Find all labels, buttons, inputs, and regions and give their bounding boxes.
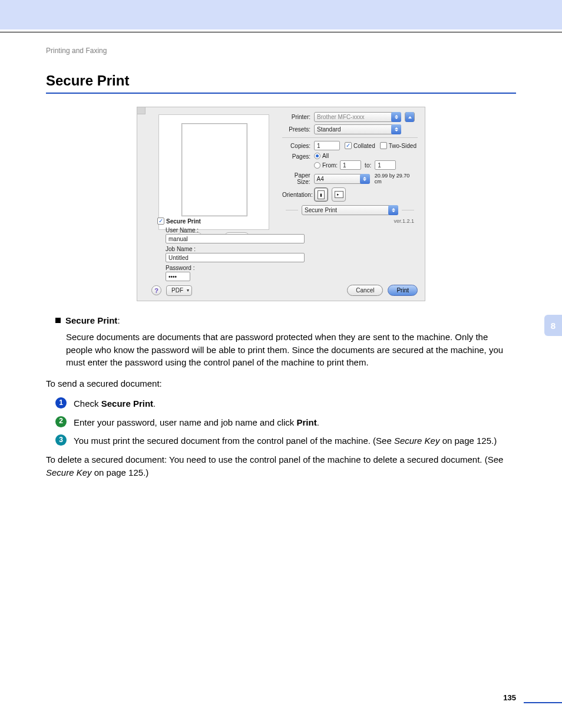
printer-value: Brother MFC-xxxx bbox=[317, 114, 365, 120]
pages-all-radio[interactable] bbox=[314, 153, 320, 159]
section-select-value: Secure Print bbox=[305, 207, 337, 213]
dropdown-arrows-icon bbox=[391, 124, 401, 134]
secure-print-description: Secure documents are documents that are … bbox=[66, 331, 516, 369]
cancel-button[interactable]: Cancel bbox=[347, 285, 383, 296]
pdf-label: PDF bbox=[171, 287, 183, 294]
header-rule bbox=[0, 32, 562, 32]
printer-select[interactable]: Brother MFC-xxxx bbox=[314, 112, 401, 122]
printer-info-button[interactable] bbox=[405, 112, 415, 122]
portrait-icon: ▮ bbox=[318, 190, 325, 199]
section-select[interactable]: Secure Print bbox=[302, 205, 398, 215]
landscape-icon: ▸ bbox=[335, 191, 343, 198]
title-rule bbox=[46, 93, 516, 94]
step-1-badge: 1 bbox=[55, 397, 67, 409]
password-input[interactable]: •••• bbox=[166, 272, 190, 281]
print-button[interactable]: Print bbox=[388, 285, 418, 296]
dropdown-arrows-icon bbox=[360, 174, 370, 184]
username-input[interactable]: manual bbox=[166, 234, 305, 243]
send-intro: To send a secured document: bbox=[46, 377, 516, 390]
paper-size-select[interactable]: A4 bbox=[314, 174, 370, 184]
step-1-text: Check Secure Print. bbox=[74, 397, 516, 410]
pages-from-label: From: bbox=[322, 162, 338, 169]
preview-page bbox=[181, 123, 247, 216]
print-dialog: ◀◀ ◀ 1 of 1 ▶ ▶▶ Printer: Brother MFC-xx… bbox=[137, 107, 425, 301]
bullet-heading: Secure Print: bbox=[65, 314, 120, 327]
copies-label: Copies: bbox=[282, 143, 314, 149]
jobname-label: Job Name : bbox=[166, 246, 418, 252]
paper-size-value: A4 bbox=[317, 176, 324, 182]
dropdown-arrows-icon bbox=[388, 205, 398, 215]
divider bbox=[282, 137, 418, 138]
step-3-text: You must print the secured document from… bbox=[74, 434, 516, 447]
pages-from-radio[interactable] bbox=[314, 162, 320, 169]
pages-to-input[interactable]: 1 bbox=[375, 160, 396, 170]
paper-size-label: Paper Size: bbox=[282, 172, 314, 185]
presets-select[interactable]: Standard bbox=[314, 124, 401, 134]
dropdown-arrows-icon bbox=[391, 112, 401, 122]
secure-print-checkbox[interactable] bbox=[157, 218, 164, 225]
pages-label: Pages: bbox=[282, 153, 314, 160]
two-sided-label: Two-Sided bbox=[389, 143, 416, 149]
password-label: Password : bbox=[166, 265, 418, 271]
step-2-badge: 2 bbox=[55, 416, 67, 427]
step-3-badge: 3 bbox=[55, 434, 67, 446]
window-corner bbox=[137, 107, 146, 114]
breadcrumb: Printing and Faxing bbox=[46, 47, 516, 55]
username-label: User Name : bbox=[166, 227, 418, 233]
square-bullet-icon bbox=[55, 318, 61, 323]
page-number-rule bbox=[524, 702, 562, 703]
two-sided-checkbox[interactable] bbox=[380, 142, 387, 149]
header-band bbox=[0, 0, 562, 29]
help-button[interactable]: ? bbox=[151, 285, 161, 295]
copies-input[interactable]: 1 bbox=[314, 141, 340, 150]
presets-label: Presets: bbox=[282, 126, 314, 133]
printer-label: Printer: bbox=[282, 114, 314, 120]
page-number: 135 bbox=[503, 693, 516, 702]
orientation-label: Orientation: bbox=[282, 192, 314, 198]
delete-paragraph: To delete a secured document: You need t… bbox=[46, 453, 516, 479]
paper-dims: 20.99 by 29.70 cm bbox=[375, 173, 418, 185]
step-2-text: Enter your password, user name and job n… bbox=[74, 416, 516, 429]
pages-to-label: to: bbox=[365, 162, 371, 169]
version-text: ver.1.2.1 bbox=[394, 218, 414, 224]
collated-label: Collated bbox=[353, 143, 375, 149]
jobname-input[interactable]: Untitled bbox=[166, 253, 305, 262]
preview-pane bbox=[158, 114, 269, 230]
orientation-portrait-button[interactable]: ▮ bbox=[314, 187, 328, 202]
up-arrow-icon bbox=[405, 112, 414, 122]
pdf-menu-button[interactable]: PDF bbox=[166, 285, 192, 296]
pages-from-input[interactable]: 1 bbox=[340, 160, 361, 170]
secure-print-chk-label: Secure Print bbox=[166, 218, 201, 225]
presets-value: Standard bbox=[317, 126, 341, 133]
pages-all-label: All bbox=[322, 153, 329, 159]
orientation-landscape-button[interactable]: ▸ bbox=[332, 187, 346, 202]
page-title: Secure Print bbox=[46, 73, 516, 89]
collated-checkbox[interactable] bbox=[345, 142, 352, 149]
